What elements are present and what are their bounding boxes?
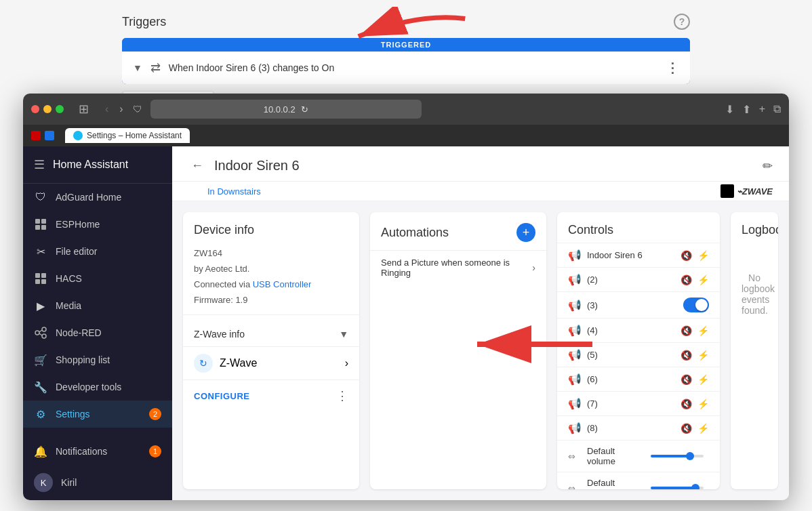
sidebar-item-media[interactable]: ▶ Media	[23, 292, 172, 319]
zwave-link-row[interactable]: ↻ Z-Wave ›	[183, 346, 359, 380]
sidebar-label-hacs: HACS	[56, 273, 82, 284]
zwave-link-label: Z-Wave	[220, 357, 257, 369]
sidebar-item-adguard[interactable]: 🛡 AdGuard Home	[23, 184, 172, 211]
usb-controller-link[interactable]: USB Controller	[253, 279, 312, 289]
svg-rect-3	[35, 225, 40, 230]
ctrl-5-bolt-icon[interactable]: ⚡	[697, 350, 709, 361]
svg-point-10	[42, 327, 46, 331]
svg-rect-1	[35, 219, 40, 224]
browser-window: ⊞ ‹ › 🛡 10.0.0.2 ↻ ⬇ ⬆ + ⧉ Settings – Ho…	[23, 94, 789, 500]
svg-rect-5	[35, 273, 40, 278]
address-text: 10.0.0.2	[264, 104, 296, 115]
automation-chevron-icon: ›	[532, 262, 535, 273]
add-automation-button[interactable]: +	[516, 223, 535, 242]
breadcrumb-link[interactable]: In Downstairs	[207, 186, 261, 197]
tabs-icon[interactable]: ⧉	[773, 103, 781, 115]
sidebar-item-notifications[interactable]: 🔔 Notifications 1	[23, 438, 172, 465]
sidebar-toggle-icon[interactable]: ⊞	[75, 99, 93, 119]
automation-item[interactable]: Send a Picture when someone is Ringing ›	[370, 250, 546, 285]
user-profile-item[interactable]: K Kiril	[23, 465, 172, 500]
device-info-title: Device info	[183, 212, 359, 245]
sidebar-item-esphome[interactable]: ESPHome	[23, 211, 172, 238]
controls-title: Controls	[557, 212, 720, 243]
ctrl-4-mute-icon[interactable]: 🔇	[681, 325, 692, 336]
ctrl-8-bolt-icon[interactable]: ⚡	[697, 423, 709, 434]
trigger-text: When Indoor Siren 6 (3) changes to On	[169, 62, 657, 73]
maximize-button[interactable]	[56, 105, 64, 113]
back-button[interactable]: ←	[188, 156, 206, 176]
zwave-info-expandable[interactable]: Z-Wave info ▼	[183, 322, 359, 346]
address-bar[interactable]: 10.0.0.2 ↻	[150, 100, 422, 119]
ctrl-5-speaker-icon: 📢	[568, 348, 582, 361]
control-row-4: 📢 (4) 🔇 ⚡	[557, 318, 720, 342]
control-row-vol: ⇔ Default volume	[557, 440, 720, 472]
settings-badge: 2	[149, 408, 161, 420]
active-tab[interactable]: Settings – Home Assistant	[65, 128, 190, 143]
trigger-chevron-icon: ▼	[133, 62, 142, 73]
ctrl-2-bolt-icon[interactable]: ⚡	[697, 274, 709, 285]
hamburger-menu-icon[interactable]: ☰	[34, 157, 45, 172]
share-icon[interactable]: ⬆	[742, 103, 751, 116]
sidebar-label-notifications: Notifications	[56, 446, 107, 457]
configure-button[interactable]: CONFIGURE	[194, 391, 250, 401]
new-tab-icon[interactable]: +	[759, 103, 765, 115]
automations-title: Automations	[381, 226, 449, 240]
ctrl-7-bolt-icon[interactable]: ⚡	[697, 398, 709, 409]
sidebar-header: ☰ Home Assistant	[23, 146, 172, 184]
edit-device-button[interactable]: ✏	[763, 159, 773, 173]
svg-rect-6	[41, 273, 46, 278]
user-initial: K	[41, 478, 47, 488]
configure-more-icon[interactable]: ⋮	[336, 388, 348, 403]
reload-icon[interactable]: ↻	[301, 104, 308, 115]
help-icon[interactable]: ?	[674, 14, 690, 30]
device-firmware: Firmware: 1.9	[183, 292, 359, 308]
ctrl-8-mute-icon[interactable]: 🔇	[681, 423, 692, 434]
media-icon: ▶	[34, 299, 47, 312]
vol-adjust-icon: ⇔	[568, 451, 582, 462]
controls-panel: Controls 📢 Indoor Siren 6 🔇 ⚡ 📢 (2) 🔇 ⚡	[557, 212, 720, 489]
sidebar-item-settings[interactable]: ⚙ Settings 2	[23, 401, 172, 428]
ctrl-name-2: (2)	[587, 274, 675, 285]
hacs-icon	[34, 272, 47, 285]
zwave-logo: ⌁ZWAVE	[720, 184, 773, 198]
download-icon[interactable]: ⬇	[725, 103, 734, 116]
trigger-more-icon[interactable]: ⋮	[666, 60, 679, 76]
ctrl-name-7: (7)	[587, 398, 675, 409]
sidebar-item-shopping[interactable]: 🛒 Shopping list	[23, 346, 172, 373]
tab-favicon-1	[31, 131, 41, 140]
sidebar-label-developer-tools: Developer tools	[56, 382, 121, 392]
ctrl-7-mute-icon[interactable]: 🔇	[681, 398, 692, 409]
siren-mute-icon[interactable]: 🔇	[681, 250, 692, 261]
minimize-button[interactable]	[43, 105, 52, 113]
ctrl-4-speaker-icon: 📢	[568, 324, 582, 337]
ctrl-6-speaker-icon: 📢	[568, 373, 582, 386]
automation-label: Send a Picture when someone is Ringing	[381, 258, 532, 278]
triggers-title: Triggers	[122, 15, 166, 29]
sidebar-item-developer-tools[interactable]: 🔧 Developer tools	[23, 373, 172, 401]
zwave-circle-icon: ↻	[194, 354, 213, 373]
tab-title: Settings – Home Assistant	[87, 131, 182, 140]
ctrl-8-speaker-icon: 📢	[568, 422, 582, 434]
file-editor-icon: ✂	[34, 245, 47, 258]
ctrl-4-bolt-icon[interactable]: ⚡	[697, 325, 709, 336]
close-button[interactable]	[31, 105, 39, 113]
ctrl-name-6: (6)	[587, 374, 675, 384]
ctrl-5-mute-icon[interactable]: 🔇	[681, 350, 692, 361]
sidebar-item-node-red[interactable]: Node-RED	[23, 319, 172, 346]
ctrl-2-mute-icon[interactable]: 🔇	[681, 274, 692, 285]
ctrl-name-8: (8)	[587, 423, 675, 433]
ctrl-6-bolt-icon[interactable]: ⚡	[697, 374, 709, 385]
sidebar-item-file-editor[interactable]: ✂ File editor	[23, 238, 172, 265]
forward-nav-button[interactable]: ›	[115, 100, 127, 118]
siren-bolt-icon[interactable]: ⚡	[697, 250, 709, 261]
ctrl-3-toggle[interactable]	[683, 298, 709, 312]
device-header: ← Indoor Siren 6 ✏	[172, 146, 789, 182]
siren-speaker-icon: 📢	[568, 249, 582, 262]
logbook-panel: Logbook No logbook events found.	[731, 212, 778, 489]
sidebar-item-hacs[interactable]: HACS	[23, 265, 172, 292]
ctrl-6-mute-icon[interactable]: 🔇	[681, 374, 692, 385]
adguard-icon: 🛡	[34, 190, 47, 204]
esphome-icon	[34, 218, 47, 231]
browser-chrome: ⊞ ‹ › 🛡 10.0.0.2 ↻ ⬇ ⬆ + ⧉	[23, 94, 789, 125]
back-nav-button[interactable]: ‹	[101, 100, 113, 118]
